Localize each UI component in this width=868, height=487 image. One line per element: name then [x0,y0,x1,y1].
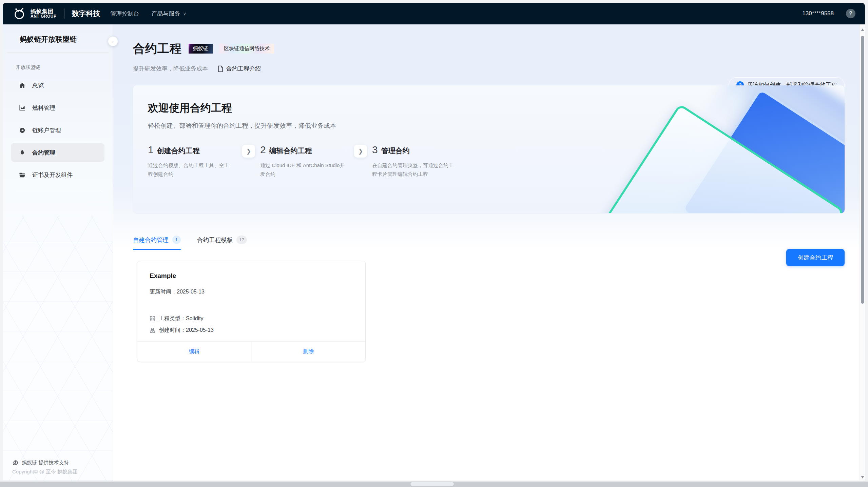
gauge-icon [19,127,25,134]
step-edit: 2 编辑合约工程 通过 Cloud IDE 和 AntChain Studio开… [260,144,354,179]
sidebar-copyright: Copyright© @ 至今 蚂蚁集团 [12,469,78,475]
chevron-right-icon: ❯ [358,148,363,155]
project-type-icon [150,316,155,322]
logo-en: ANT GROUP [31,14,57,19]
step-number: 3 [372,144,378,156]
chevron-down-icon: ∨ [183,11,187,16]
sidebar: 蚂蚁链开放联盟链 开放联盟链 总览 燃料管理 链账户管理 [3,24,113,481]
ant-logo-icon [12,6,26,21]
tab-self-built-contracts[interactable]: 自建合约管理 1 [133,236,181,244]
page-subtitle: 提升研发效率，降低业务成本 [133,65,208,73]
tab-count-badge: 17 [236,236,247,244]
horizontal-scrollbar-thumb[interactable] [410,482,454,486]
logo-text: 蚂蚁集团 ANT GROUP [31,8,57,19]
sidebar-item-label: 证书及开发组件 [32,171,73,179]
sidebar-item-certificates[interactable]: 证书及开发组件 [11,165,104,184]
step-number: 2 [260,144,266,156]
sidebar-item-chain-account[interactable]: 链账户管理 [11,121,104,140]
sidebar-support-text: 蚂蚁链 提供技术支持 [22,460,69,466]
scroll-down-arrow-icon[interactable] [861,476,864,479]
tabs-bar: 自建合约管理 1 合约工程模板 17 [113,236,860,244]
edit-button[interactable]: 编辑 [137,342,251,362]
step-manage: 3 管理合约 在自建合约管理页签，可通过合约工程卡片管理编辑合约工程 [372,144,466,179]
step-description: 在自建合约管理页签，可通过合约工程卡片管理编辑合约工程 [372,161,458,179]
bar-chart-icon [19,105,25,111]
sidebar-item-label: 总览 [32,82,44,89]
nav-item-products[interactable]: 产品与服务 ∨ [152,10,187,18]
badge-antchain: 蚂蚁链 [189,44,213,54]
welcome-subtitle: 轻松创建、部署和管理你的合约工程，提升研发效率，降低业务成本 [148,121,845,130]
app-window: 蚂蚁集团 ANT GROUP 数字科技 管理控制台 产品与服务 ∨ 130***… [3,3,865,481]
project-created-text: 创建时间：2025-05-13 [159,327,214,334]
nav-products-label: 产品与服务 [152,10,180,18]
folder-icon [19,172,25,178]
step-number: 1 [148,144,154,156]
home-icon [19,82,25,89]
screen: 蚂蚁集团 ANT GROUP 数字科技 管理控制台 产品与服务 ∨ 130***… [0,0,868,487]
scroll-up-arrow-icon[interactable] [861,28,864,31]
nav-item-console[interactable]: 管理控制台 [111,10,139,18]
tab-contract-templates[interactable]: 合约工程模板 17 [197,236,247,244]
step-description: 通过合约模版、合约工程工具、空工程创建合约 [148,161,233,179]
tab-count-badge: 1 [172,236,181,244]
badge-blockchain-tech: 区块链通信网络技术 [219,44,274,54]
project-type-row: 工程类型：Solidity [150,315,353,322]
project-created-row: 创建时间：2025-05-13 [150,327,353,334]
step-create: 1 创建合约工程 通过合约模版、合约工程工具、空工程创建合约 [148,144,242,179]
logo-cn: 蚂蚁集团 [31,8,57,15]
tab-label: 自建合约管理 [133,236,169,244]
nav-divider [64,8,64,19]
step-title: 编辑合约工程 [269,146,312,156]
nav-brand-digital-tech[interactable]: 数字科技 [72,9,100,18]
user-phone-number[interactable]: 130****9558 [802,10,834,17]
sidebar-item-label: 链账户管理 [32,126,61,134]
antchain-icon [12,459,19,466]
delete-button[interactable]: 删除 [251,342,366,362]
sidebar-menu: 总览 燃料管理 链账户管理 合约管理 [3,76,113,184]
step-title: 管理合约 [381,146,410,156]
sidebar-collapse-button[interactable]: ‹ [108,37,118,46]
sidebar-title: 蚂蚁链开放联盟链 [3,24,113,44]
sidebar-item-overview[interactable]: 总览 [11,76,104,95]
flame-icon [19,149,25,156]
sidebar-item-fuel[interactable]: 燃料管理 [11,98,104,117]
project-updated-time: 更新时间：2025-05-13 [150,288,353,296]
step-description: 通过 Cloud IDE 和 AntChain Studio开发合约 [260,161,346,179]
project-card-actions: 编辑 删除 [137,341,365,362]
welcome-title: 欢迎使用合约工程 [148,101,845,115]
horizontal-scrollbar[interactable] [0,481,868,487]
sidebar-divider-bottom [16,190,102,190]
vertical-scrollbar[interactable] [860,24,865,481]
intro-link-label: 合约工程介绍 [226,65,261,73]
step-title: 创建合约工程 [157,146,200,156]
vertical-scrollbar-thumb[interactable] [861,36,864,304]
create-contract-project-button[interactable]: 创建合约工程 [786,249,845,266]
project-card[interactable]: Example 更新时间：2025-05-13 工程类型：Solidity [137,261,366,362]
sidebar-item-contract-management[interactable]: 合约管理 [11,143,104,162]
help-icon[interactable]: ? [846,9,855,18]
sidebar-item-label: 合约管理 [32,149,55,157]
top-navbar: 蚂蚁集团 ANT GROUP 数字科技 管理控制台 产品与服务 ∨ 130***… [3,3,865,24]
document-icon [217,65,224,72]
step-arrow-button-2[interactable]: ❯ [354,145,367,158]
welcome-banner: 欢迎使用合约工程 轻松创建、部署和管理你的合约工程，提升研发效率，降低业务成本 … [133,85,845,213]
created-time-icon [150,327,155,333]
tab-label: 合约工程模板 [197,236,233,244]
project-name: Example [150,272,353,280]
main-content: 合约工程 蚂蚁链 区块链通信网络技术 提升研发效率，降低业务成本 合约工程介绍 [113,24,860,481]
sidebar-footer: 蚂蚁链 提供技术支持 Copyright© @ 至今 蚂蚁集团 [12,459,78,475]
project-type-text: 工程类型：Solidity [159,315,204,322]
sidebar-item-label: 燃料管理 [32,104,55,112]
sidebar-divider-top [7,52,109,53]
sidebar-section-label: 开放联盟链 [16,64,113,70]
step-arrow-button-1[interactable]: ❯ [242,145,255,158]
page-header: 合约工程 蚂蚁链 区块链通信网络技术 提升研发效率，降低业务成本 合约工程介绍 [113,24,860,73]
intro-link[interactable]: 合约工程介绍 [217,65,261,73]
chevron-right-icon: ❯ [246,148,251,155]
steps: 1 创建合约工程 通过合约模版、合约工程工具、空工程创建合约 ❯ 2 [148,144,845,179]
ant-group-logo[interactable]: 蚂蚁集团 ANT GROUP [12,6,57,21]
page-title: 合约工程 [133,41,182,57]
